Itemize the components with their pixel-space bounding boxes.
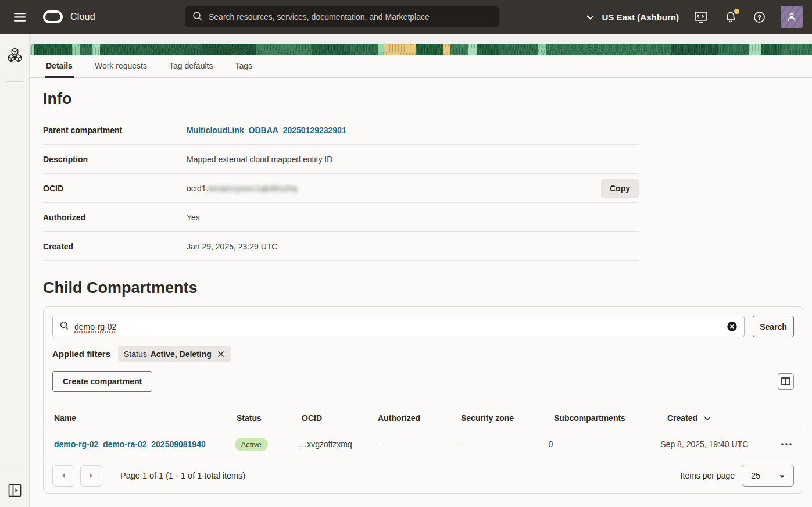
hamburger-menu-icon[interactable]: [12, 9, 28, 25]
region-label: US East (Ashburn): [602, 12, 679, 22]
col-created[interactable]: Created: [667, 413, 788, 423]
items-per-page-value: 25: [751, 471, 760, 480]
description-value: Mapped external cloud mapped entity ID: [187, 155, 639, 164]
create-compartment-button[interactable]: Create compartment: [52, 371, 152, 392]
notification-badge: [734, 9, 739, 14]
field-label: Authorized: [43, 213, 187, 222]
field-label: Description: [43, 155, 187, 164]
items-per-page-label: Items per page: [681, 471, 735, 480]
info-section: Info Parent compartment MulticloudLink_O…: [30, 90, 812, 261]
items-per-page-select[interactable]: 25: [742, 465, 794, 487]
caret-down-icon: [779, 470, 785, 481]
left-rail: [0, 34, 30, 507]
global-search-placeholder: Search resources, services, documentatio…: [209, 12, 430, 22]
search-button[interactable]: Search: [753, 316, 794, 337]
notifications-bell-icon[interactable]: [723, 9, 738, 24]
table-header-row: Name Status OCID Authorized Security zon…: [44, 406, 803, 430]
copy-ocid-button[interactable]: Copy: [601, 179, 639, 198]
row-security-zone: —: [456, 440, 548, 449]
clear-search-icon[interactable]: [727, 322, 737, 331]
oracle-logo-icon: [43, 10, 63, 23]
col-ocid: OCID: [302, 413, 378, 423]
detail-tabs: Details Work requests Tag defaults Tags: [30, 55, 812, 78]
child-compartments-table: Name Status OCID Authorized Security zon…: [44, 406, 803, 458]
col-name: Name: [44, 413, 237, 423]
child-compartments-section: Child Compartments demo-rg-02: [30, 279, 812, 494]
cloud-shell-icon[interactable]: [693, 9, 709, 24]
col-authorized: Authorized: [378, 413, 461, 423]
region-selector[interactable]: US East (Ashburn): [586, 12, 679, 22]
table-row: demo-rg-02_demo-ra-02_202509081940 Activ…: [44, 430, 803, 458]
info-row-authorized: Authorized Yes: [43, 203, 639, 232]
sidebar-divider: [6, 81, 23, 82]
tab-details[interactable]: Details: [45, 55, 74, 78]
status-badge: Active: [235, 438, 268, 451]
child-compartments-panel: demo-rg-02 Search Applied filters: [43, 306, 803, 494]
col-created-label: Created: [667, 413, 697, 423]
svg-text:?: ?: [757, 13, 761, 20]
field-label: OCID: [43, 184, 187, 193]
compartment-name-link[interactable]: demo-rg-02_demo-ra-02_202509081940: [54, 440, 206, 449]
info-row-created: Created Jan 29, 2025, 23:29 UTC: [43, 232, 639, 261]
chevron-down-icon: [586, 13, 594, 22]
chip-value[interactable]: Active, Deleting: [151, 349, 212, 359]
chip-prefix: Status: [124, 349, 147, 359]
field-label: Parent compartment: [43, 126, 187, 135]
ocid-prefix: ocid1.: [187, 184, 208, 193]
created-value: Jan 29, 2025, 23:29 UTC: [187, 242, 639, 251]
main-area: Details Work requests Tag defaults Tags …: [30, 34, 812, 507]
manage-columns-icon[interactable]: [778, 373, 794, 390]
user-avatar[interactable]: [781, 6, 803, 28]
info-title: Info: [43, 90, 812, 108]
info-row-description: Description Mapped external cloud mapped…: [43, 145, 639, 174]
previous-page-icon[interactable]: [52, 465, 74, 487]
row-actions-ellipsis-icon[interactable]: [779, 441, 793, 447]
page-summary: Page 1 of 1 (1 - 1 of 1 total items): [120, 471, 245, 480]
row-subcompartments: 0: [548, 440, 660, 449]
child-compartments-title: Child Compartments: [43, 279, 812, 297]
parent-compartment-link[interactable]: MulticloudLink_ODBAA_20250129232901: [187, 126, 346, 135]
tab-tag-defaults[interactable]: Tag defaults: [168, 55, 214, 78]
row-created: Sep 8, 2025, 19:40 UTC: [660, 440, 779, 449]
oci-console: Cloud Search resources, services, docume…: [0, 0, 812, 507]
next-page-icon[interactable]: [80, 465, 102, 487]
pagination-bar: Page 1 of 1 (1 - 1 of 1 total items) Ite…: [44, 458, 803, 493]
tab-tags[interactable]: Tags: [234, 55, 253, 78]
brand: Cloud: [43, 10, 95, 23]
remove-filter-icon[interactable]: [216, 349, 226, 359]
row-ocid: …xvgzoffzxmq: [299, 440, 374, 449]
col-security-zone: Security zone: [461, 413, 554, 423]
top-bar: Cloud Search resources, services, docume…: [0, 0, 812, 34]
authorized-value: Yes: [187, 213, 639, 222]
brand-name: Cloud: [70, 12, 95, 22]
search-icon: [60, 321, 69, 333]
applied-filters-label: Applied filters: [52, 349, 110, 359]
col-status: Status: [237, 413, 302, 423]
field-label: Created: [43, 242, 187, 251]
compartments-icon[interactable]: [6, 47, 24, 66]
search-icon: [192, 11, 203, 23]
sort-descending-icon[interactable]: [703, 415, 712, 422]
search-value: demo-rg-02: [74, 322, 116, 331]
info-row-parent-compartment: Parent compartment MulticloudLink_ODBAA_…: [43, 116, 639, 145]
global-search-input[interactable]: Search resources, services, documentatio…: [185, 6, 499, 27]
ocid-redacted-value: tenancyxoc1qkdmzhq: [208, 184, 297, 193]
row-authorized: —: [374, 440, 456, 449]
info-row-ocid: OCID ocid1.tenancyxoc1qkdmzhq Copy: [43, 174, 639, 203]
compartment-hero-banner: [30, 44, 812, 55]
compartment-search-input[interactable]: demo-rg-02: [52, 316, 745, 337]
status-filter-chip[interactable]: Status Active, Deleting: [118, 346, 231, 362]
col-subcompartments: Subcompartments: [554, 413, 667, 423]
sidebar-divider: [6, 473, 23, 473]
help-icon[interactable]: ?: [752, 10, 767, 24]
tab-work-requests[interactable]: Work requests: [94, 55, 148, 78]
expand-panel-icon[interactable]: [7, 483, 23, 500]
